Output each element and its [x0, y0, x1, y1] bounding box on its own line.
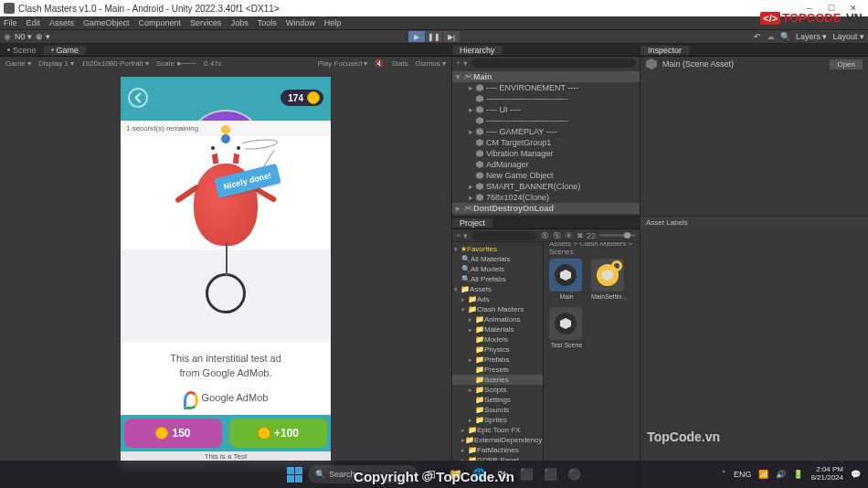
folder-item[interactable]: ▸📁 Animations — [452, 314, 543, 324]
taskbar-clock[interactable]: 2:04 PM 8/21/2024 — [810, 466, 843, 483]
pause-button[interactable]: ❚❚ — [426, 31, 442, 42]
unity-hub-icon[interactable]: ⬛ — [516, 464, 536, 484]
hierarchy-item[interactable]: ▸---- GAMEPLAY ---- — [452, 126, 640, 137]
menu-help[interactable]: Help — [324, 18, 342, 27]
obs-icon[interactable]: ⚫ — [564, 464, 584, 484]
hierarchy-item[interactable]: CM TargetGroup1 — [452, 137, 640, 148]
folder-item[interactable]: 📁 Sounds — [452, 405, 543, 415]
purple-buy-button[interactable]: 150 — [124, 419, 222, 448]
create-dropdown[interactable]: + ▾ — [456, 58, 468, 68]
search-by-label-icon[interactable]: ⦿ — [553, 231, 561, 240]
folder-item[interactable]: 📁 Physics — [452, 345, 543, 355]
back-button[interactable] — [128, 88, 148, 108]
play-button[interactable]: ▶ — [408, 31, 425, 42]
asset-thumb[interactable]: Main — [549, 259, 584, 300]
scale-slider-label[interactable]: Scale ●─── — [156, 59, 196, 68]
folder-item[interactable]: ▸📁 Sprites — [452, 415, 543, 425]
layers-dropdown[interactable]: Layers ▾ — [796, 32, 828, 41]
hierarchy-item[interactable]: ▸---- ENVIRONEMENT ---- — [452, 82, 640, 93]
tray-volume-icon[interactable]: 🔊 — [776, 470, 786, 479]
hierarchy-search[interactable] — [471, 58, 636, 68]
tab-scene[interactable]: Scene — [0, 46, 44, 55]
menu-component[interactable]: Component — [139, 18, 182, 27]
hierarchy-item[interactable]: Vibration Manager — [452, 148, 640, 159]
toolbar-add-dropdown[interactable]: ⊕ ▾ — [36, 32, 50, 41]
open-button[interactable]: Open — [830, 59, 863, 69]
tab-game[interactable]: Game — [44, 46, 87, 55]
breadcrumb[interactable]: Assets > Clash Masters > Scenes — [544, 242, 640, 253]
resolution-dropdown[interactable]: 1920x1080 Portrait ▾ — [81, 59, 149, 68]
folder-item[interactable]: 📁 Settings — [452, 395, 543, 405]
account-icon[interactable]: ◉ — [4, 32, 11, 41]
asset-thumb[interactable]: Test Scene — [549, 307, 584, 348]
favorite-item[interactable]: 🔍 All Materials — [452, 254, 543, 264]
start-button[interactable] — [284, 464, 304, 484]
tab-project[interactable]: Project — [452, 218, 492, 228]
menu-assets[interactable]: Assets — [49, 18, 74, 27]
folder-item-selected[interactable]: 📁 Scenes — [452, 375, 543, 385]
game-view[interactable]: 174 1 second(s) remaining — [0, 69, 451, 457]
watermark-copyright: Copyright © TopCode.vn — [354, 469, 514, 484]
folder-item[interactable]: ▸📁 Ads — [452, 294, 543, 304]
hierarchy-item[interactable]: ▸---- UI ---- — [452, 104, 640, 115]
assets-header[interactable]: ▾📁 Assets — [452, 284, 543, 294]
game-dropdown[interactable]: Game ▾ — [5, 59, 31, 68]
folder-item[interactable]: ▸📁 Materials — [452, 324, 543, 334]
menu-window[interactable]: Window — [286, 18, 315, 27]
inspector-panel: Inspector Main (Scene Asset) Open — [640, 44, 868, 216]
hierarchy-item[interactable]: ▸768x1024(Clone) — [452, 192, 640, 203]
undo-history-icon[interactable]: ↶ — [754, 32, 761, 41]
folder-item[interactable]: ▸📁 Scripts — [452, 385, 543, 395]
hidden-packages-icon[interactable]: 👁 — [565, 231, 573, 240]
play-focused-dropdown[interactable]: Play Focused ▾ — [318, 59, 368, 68]
tray-wifi-icon[interactable]: 📶 — [758, 470, 768, 479]
scene-main[interactable]: ▾🎮 Main — [452, 71, 640, 82]
hierarchy-item[interactable]: AdManager — [452, 159, 640, 170]
tab-inspector[interactable]: Inspector — [640, 46, 689, 55]
tray-language[interactable]: ENG — [734, 470, 752, 479]
display-dropdown[interactable]: Display 1 ▾ — [38, 59, 74, 68]
hierarchy-item[interactable]: ------------------------------ — [452, 115, 640, 126]
tray-chevron-icon[interactable]: ˄ — [722, 470, 726, 479]
folder-item[interactable]: 📁 Presets — [452, 365, 543, 375]
project-create-dropdown[interactable]: + ▾ — [456, 231, 468, 240]
notifications-icon[interactable]: 💬 — [851, 470, 861, 479]
project-search[interactable] — [471, 231, 538, 240]
menu-services[interactable]: Services — [190, 18, 222, 27]
menu-file[interactable]: File — [4, 18, 17, 27]
asset-labels-body — [640, 228, 868, 488]
toolbar-no-dropdown[interactable]: N0 ▾ — [15, 32, 32, 41]
unity-editor-icon[interactable]: ⬛ — [540, 464, 560, 484]
search-icon[interactable]: 🔍 — [780, 32, 790, 41]
scene-dontdestroy[interactable]: ▸🎮 DontDestroyOnLoad — [452, 203, 640, 214]
hierarchy-panel: Hierarchy + ▾ ▾🎮 Main ▸---- ENVIRONEMENT… — [451, 44, 640, 216]
folder-item[interactable]: ▸📁 ExternalDependencyManag — [452, 435, 543, 445]
step-button[interactable]: ▶| — [443, 31, 460, 42]
thumbnail-size-slider[interactable] — [599, 234, 636, 237]
tray-battery-icon[interactable]: 🔋 — [793, 470, 803, 479]
menu-gameobject[interactable]: GameObject — [83, 18, 130, 27]
menu-jobs[interactable]: Jobs — [231, 18, 249, 27]
gizmos-dropdown[interactable]: Gizmos ▾ — [416, 59, 446, 68]
cloud-icon[interactable]: ☁ — [767, 32, 775, 41]
layout-dropdown[interactable]: Layout ▾ — [832, 32, 864, 41]
search-by-type-icon[interactable]: ⦿ — [541, 231, 549, 240]
folder-item[interactable]: ▸📁 Epic Toon FX — [452, 425, 543, 435]
folder-item[interactable]: ▸📁 FatMachines — [452, 445, 543, 455]
hierarchy-item[interactable]: ------------------------------ — [452, 93, 640, 104]
mute-icon[interactable]: 🔇 — [375, 59, 384, 68]
asset-thumb[interactable]: MainSettin… — [591, 259, 626, 300]
menu-tools[interactable]: Tools — [258, 18, 277, 27]
menu-edit[interactable]: Edit — [26, 18, 41, 27]
hierarchy-item[interactable]: ▸SMART_BANNER(Clone) — [452, 181, 640, 192]
favorites-header[interactable]: ▾★ Favorites — [452, 244, 543, 254]
green-reward-button[interactable]: +100 — [229, 419, 327, 448]
favorite-item[interactable]: 🔍 All Models — [452, 264, 543, 274]
hierarchy-item[interactable]: New Game Object — [452, 170, 640, 181]
folder-item[interactable]: ▾📁 Clash Masters — [452, 304, 543, 314]
folder-item[interactable]: 📁 Models — [452, 334, 543, 345]
folder-item[interactable]: ▸📁 Prefabs — [452, 355, 543, 365]
tab-hierarchy[interactable]: Hierarchy — [452, 46, 503, 55]
stats-button[interactable]: Stats — [391, 59, 408, 68]
favorite-item[interactable]: 🔍 All Prefabs — [452, 274, 543, 284]
